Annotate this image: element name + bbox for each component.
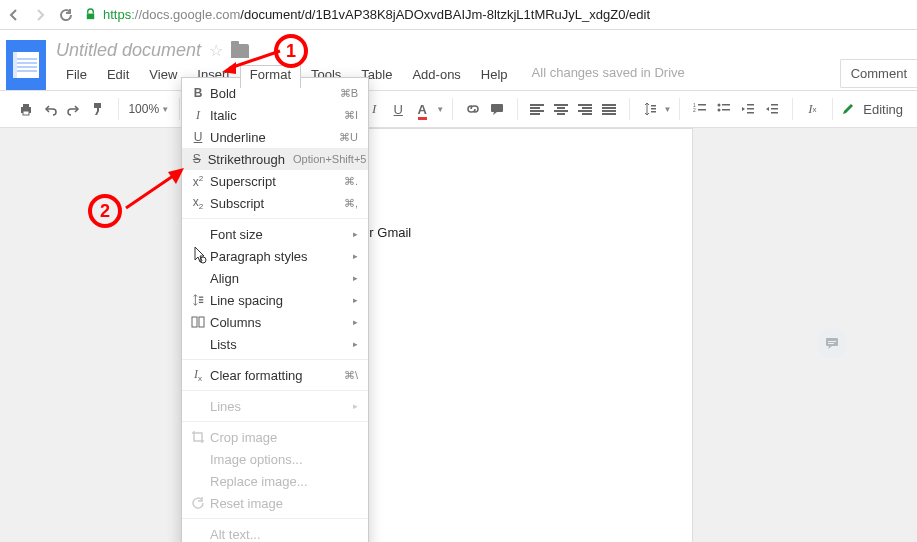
format-menu-label: Reset image (208, 496, 308, 511)
align-left-icon[interactable] (525, 96, 549, 122)
numbered-list-icon[interactable]: 12 (688, 96, 712, 122)
svg-rect-18 (747, 108, 754, 110)
submenu-arrow-icon: ▸ (308, 339, 358, 349)
format-menu-label: Lists (208, 337, 308, 352)
star-icon[interactable]: ☆ (209, 41, 223, 60)
url-text: https://docs.google.com/document/d/1B1vA… (103, 7, 650, 22)
save-status: All changes saved in Drive (532, 65, 685, 88)
shortcut-text: ⌘. (308, 175, 358, 188)
align-right-icon[interactable] (573, 96, 597, 122)
format-menu-icon: I (188, 108, 208, 123)
format-menu-label: Clear formatting (208, 368, 308, 383)
submenu-arrow-icon: ▸ (308, 401, 358, 411)
format-menu-clear-formatting[interactable]: IxClear formatting⌘\ (182, 364, 368, 386)
annotation-arrow-1-icon (222, 36, 282, 76)
shortcut-text: ⌘U (308, 131, 358, 144)
editing-mode-icon[interactable] (841, 102, 855, 116)
format-menu-align[interactable]: Align▸ (182, 267, 368, 289)
svg-rect-19 (747, 112, 754, 114)
format-menu-lists[interactable]: Lists▸ (182, 333, 368, 355)
svg-rect-2 (23, 104, 29, 107)
svg-marker-32 (222, 62, 236, 74)
align-justify-icon[interactable] (597, 96, 621, 122)
shortcut-text: ⌘, (308, 197, 358, 210)
format-menu-paragraph-styles[interactable]: Paragraph styles▸ (182, 245, 368, 267)
menu-help[interactable]: Help (471, 65, 518, 88)
lock-icon (84, 8, 97, 21)
format-menu-label: Superscript (208, 174, 308, 189)
text-color-caret-icon[interactable]: ▼ (436, 105, 444, 114)
svg-rect-7 (651, 108, 656, 110)
svg-rect-0 (87, 14, 94, 20)
submenu-arrow-icon: ▸ (308, 229, 358, 239)
svg-rect-8 (651, 111, 656, 113)
format-menu-label: Strikethrough (206, 152, 285, 167)
format-menu-icon (188, 315, 208, 330)
format-menu-icon (188, 293, 208, 308)
svg-rect-22 (771, 112, 778, 114)
nav-forward-icon[interactable] (32, 7, 48, 23)
svg-rect-29 (192, 317, 197, 327)
format-menu-label: Image options... (208, 452, 308, 467)
line-spacing-icon[interactable] (638, 96, 662, 122)
align-center-icon[interactable] (549, 96, 573, 122)
format-menu-label: Subscript (208, 196, 308, 211)
decrease-indent-icon[interactable] (736, 96, 760, 122)
comment-icon[interactable] (485, 96, 509, 122)
submenu-arrow-icon: ▸ (308, 251, 358, 261)
doc-title[interactable]: Untitled document (56, 40, 201, 61)
svg-rect-5 (491, 104, 503, 112)
increase-indent-icon[interactable] (760, 96, 784, 122)
underline-icon[interactable]: U (386, 96, 410, 122)
svg-line-33 (126, 174, 176, 208)
text-color-icon[interactable]: A (410, 96, 434, 122)
editing-mode-label[interactable]: Editing (863, 102, 903, 117)
line-spacing-caret-icon[interactable]: ▼ (664, 105, 672, 114)
menu-addons[interactable]: Add-ons (402, 65, 470, 88)
format-menu-columns[interactable]: Columns▸ (182, 311, 368, 333)
format-menu-icon (188, 430, 208, 445)
url-bar[interactable]: https://docs.google.com/document/d/1B1vA… (84, 7, 911, 22)
nav-back-icon[interactable] (6, 7, 22, 23)
comment-button[interactable]: Comment (840, 59, 917, 88)
svg-rect-3 (23, 111, 29, 115)
menu-edit[interactable]: Edit (97, 65, 139, 88)
svg-rect-16 (722, 109, 730, 111)
format-menu-icon (188, 496, 208, 511)
format-menu-label: Align (208, 271, 308, 286)
clear-formatting-icon[interactable]: Ix (800, 96, 824, 122)
paint-format-icon[interactable] (86, 96, 110, 122)
docs-header: Untitled document ☆ File Edit View Inser… (0, 30, 917, 90)
svg-point-13 (717, 104, 720, 107)
docs-logo-icon[interactable] (6, 40, 46, 90)
annotation-2: 2 (88, 194, 122, 228)
menu-file[interactable]: File (56, 65, 97, 88)
svg-rect-17 (747, 104, 754, 106)
link-icon[interactable] (461, 96, 485, 122)
print-icon[interactable] (14, 96, 38, 122)
format-menu-font-size[interactable]: Font size▸ (182, 223, 368, 245)
bulleted-list-icon[interactable] (712, 96, 736, 122)
nav-reload-icon[interactable] (58, 7, 74, 23)
format-menu-superscript[interactable]: x2Superscript⌘. (182, 170, 368, 192)
undo-icon[interactable] (38, 96, 62, 122)
annotation-arrow-2-icon (122, 168, 192, 210)
format-menu-label: Columns (208, 315, 308, 330)
format-menu-line-spacing[interactable]: Line spacing▸ (182, 289, 368, 311)
format-menu-icon: S (188, 152, 206, 166)
annotation-1: 1 (274, 34, 308, 68)
format-menu-subscript[interactable]: x2Subscript⌘, (182, 192, 368, 214)
format-menu-label: Replace image... (208, 474, 308, 489)
submenu-arrow-icon: ▸ (308, 273, 358, 283)
redo-icon[interactable] (62, 96, 86, 122)
menu-bar: File Edit View Insert Format Tools Table… (56, 65, 830, 88)
format-menu-label: Paragraph styles (208, 249, 308, 264)
add-comment-icon[interactable] (817, 328, 847, 358)
svg-rect-4 (94, 103, 101, 108)
mouse-cursor-icon (192, 245, 208, 265)
format-menu-underline[interactable]: UUnderline⌘U (182, 126, 368, 148)
zoom-dropdown[interactable]: 100%▼ (126, 96, 171, 122)
svg-rect-6 (651, 105, 656, 107)
format-menu-italic[interactable]: IItalic⌘I (182, 104, 368, 126)
format-menu-strikethrough[interactable]: SStrikethroughOption+Shift+5 (182, 148, 368, 170)
